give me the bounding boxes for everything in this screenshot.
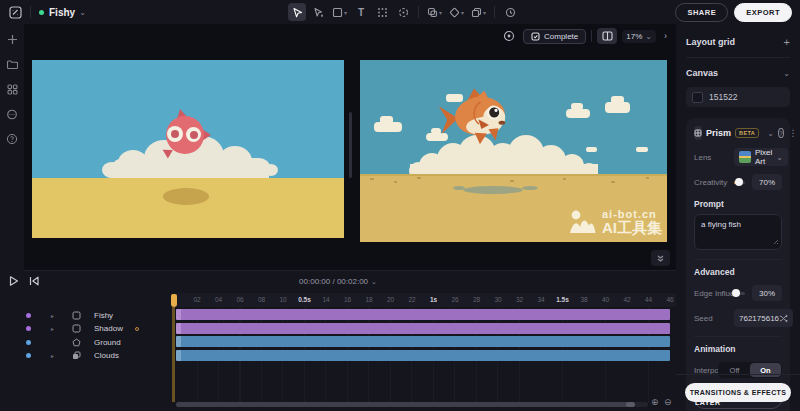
snapshot-button[interactable] xyxy=(500,28,518,44)
timeline-zoom-out-button[interactable]: ⊖ xyxy=(664,398,672,407)
diamond-tool-button[interactable]: ▾ xyxy=(447,3,466,21)
canvas-color-swatch[interactable] xyxy=(692,92,703,103)
duplicate-tool-button[interactable]: ▾ xyxy=(469,3,488,21)
ruler-tick: 28 xyxy=(473,296,480,303)
projects-button[interactable] xyxy=(5,57,19,71)
shuffle-icon[interactable] xyxy=(779,314,788,323)
add-layout-grid-button[interactable]: + xyxy=(784,36,790,48)
scrollbar-handle[interactable] xyxy=(176,402,634,407)
layer-name: Fishy xyxy=(94,311,113,320)
transform-dots-icon xyxy=(377,7,388,18)
layer-expand-chevron[interactable]: ▸ xyxy=(51,352,57,359)
canvas-area[interactable]: Complete 17% ⌄ › xyxy=(24,24,676,270)
prism-help-button[interactable]: ? xyxy=(778,128,784,138)
edge-influence-slider[interactable] xyxy=(734,292,745,295)
layer-row-clouds[interactable]: ▸ Clouds xyxy=(0,350,176,362)
canvas-section-chevron-icon[interactable]: ⌄ xyxy=(783,69,790,78)
rotate-tool-button[interactable] xyxy=(394,3,412,21)
cursor-icon xyxy=(292,7,303,18)
seed-field[interactable]: 762175616 xyxy=(734,309,793,327)
history-tool-button[interactable] xyxy=(501,3,519,21)
next-frame-button[interactable]: › xyxy=(661,31,670,41)
track-bar-shadow[interactable] xyxy=(176,323,670,334)
sand-layer xyxy=(32,178,344,238)
layer-expand-chevron[interactable]: ▸ xyxy=(51,312,57,319)
edge-influence-label: Edge Influe... xyxy=(694,289,734,298)
canvas-color-field[interactable]: 151522 xyxy=(686,87,790,107)
divider xyxy=(591,30,592,42)
advanced-label: Advanced xyxy=(694,267,782,277)
canvas-section-title: Canvas xyxy=(686,68,718,78)
timeline-scrollbar[interactable] xyxy=(176,402,648,407)
time-display[interactable]: 00:00:00 / 00:02:00⌄ xyxy=(0,277,676,286)
ruler-tick: 40 xyxy=(602,296,609,303)
zoom-level-dropdown[interactable]: 17% ⌄ xyxy=(622,30,656,43)
timeline-ruler[interactable]: 02040608100.5s14161820221s26283032341.5s… xyxy=(176,293,676,307)
chevrons-down-icon xyxy=(656,254,665,263)
complete-label: Complete xyxy=(544,32,578,41)
keyframe-indicator[interactable] xyxy=(135,327,139,331)
topbar-actions: SHARE EXPORT xyxy=(675,3,792,22)
creativity-value[interactable]: 70% xyxy=(752,174,782,190)
project-menu-chevron-icon[interactable]: ⌄ xyxy=(79,8,86,17)
direct-select-tool-button[interactable] xyxy=(309,3,327,21)
ruler-tick: 02 xyxy=(193,296,200,303)
frame-tool-button[interactable]: ▾ xyxy=(330,3,349,21)
fish-character[interactable] xyxy=(166,116,204,154)
creativity-slider[interactable] xyxy=(734,181,745,184)
app-logo-icon[interactable] xyxy=(8,5,22,19)
clock-icon xyxy=(505,7,516,18)
lens-dropdown[interactable]: Pixel Art ⌄ xyxy=(734,148,788,166)
feedback-button[interactable] xyxy=(5,107,19,121)
text-tool-button[interactable]: T xyxy=(352,3,370,21)
share-button[interactable]: SHARE xyxy=(675,3,728,22)
layer-row-shadow[interactable]: ▸ Shadow xyxy=(0,323,176,335)
duplicate-tool-chevron-icon: ▾ xyxy=(483,9,486,16)
assets-button[interactable] xyxy=(5,82,19,96)
creativity-label: Creativity xyxy=(694,178,734,187)
grid-icon xyxy=(7,84,18,95)
transform-tool-button[interactable] xyxy=(373,3,391,21)
diamond-tool-chevron-icon: ▾ xyxy=(461,9,464,16)
prism-collapse-chevron-icon[interactable]: ⌄ xyxy=(767,129,774,138)
shape-union-icon xyxy=(427,7,438,18)
add-button[interactable] xyxy=(5,32,19,46)
track-bar-clouds[interactable] xyxy=(176,350,670,361)
diamond-icon xyxy=(449,7,460,18)
left-sidebar xyxy=(0,24,24,272)
timeline-panel: 00:00:00 / 00:02:00⌄ 02040608100.5s14161… xyxy=(0,270,676,411)
track-bar-fishy[interactable] xyxy=(176,309,670,320)
ruler-tick: 08 xyxy=(258,296,265,303)
track-bar-ground[interactable] xyxy=(176,336,670,347)
cursor-node-icon xyxy=(313,7,324,18)
split-view-button[interactable] xyxy=(597,28,617,44)
app-window: Fishy ⌄ ▾ T ▾ xyxy=(0,0,800,411)
project-name[interactable]: Fishy xyxy=(49,7,75,18)
prompt-value: a flying fish xyxy=(701,220,741,229)
collapse-panel-button[interactable] xyxy=(651,250,670,266)
layer-expand-chevron[interactable]: ▸ xyxy=(51,325,57,332)
edge-influence-value[interactable]: 30% xyxy=(752,285,782,301)
select-tool-button[interactable] xyxy=(288,3,306,21)
layer-name: Ground xyxy=(94,338,121,347)
ruler-tick: 16 xyxy=(344,296,351,303)
transitions-effects-button[interactable]: TRANSITIONS & EFFECTS xyxy=(685,383,791,402)
prompt-textarea[interactable]: a flying fish xyxy=(694,214,782,250)
layer-row-ground[interactable]: ▸ Ground xyxy=(0,336,176,348)
help-button[interactable] xyxy=(5,132,19,146)
prism-menu-button[interactable]: ⋮ xyxy=(788,128,799,138)
rendered-frame[interactable]: ai-bot.cn AI工具集 xyxy=(360,60,667,242)
ruler-tick: 10 xyxy=(279,296,286,303)
resize-handle-icon[interactable] xyxy=(773,238,779,247)
ruler-tick: 14 xyxy=(322,296,329,303)
complete-button[interactable]: Complete xyxy=(523,29,586,44)
frame-split-handle[interactable] xyxy=(349,112,352,178)
layer-row-fishy[interactable]: ▸ Fishy xyxy=(0,309,176,321)
frame-icon xyxy=(332,7,343,18)
timeline-zoom-in-button[interactable]: ⊕ xyxy=(651,398,659,407)
scrollbar-nub[interactable] xyxy=(626,402,635,407)
source-frame[interactable] xyxy=(32,60,344,238)
export-button[interactable]: EXPORT xyxy=(734,3,792,22)
playhead-handle[interactable] xyxy=(171,294,177,307)
shape-tool-button[interactable]: ▾ xyxy=(425,3,444,21)
